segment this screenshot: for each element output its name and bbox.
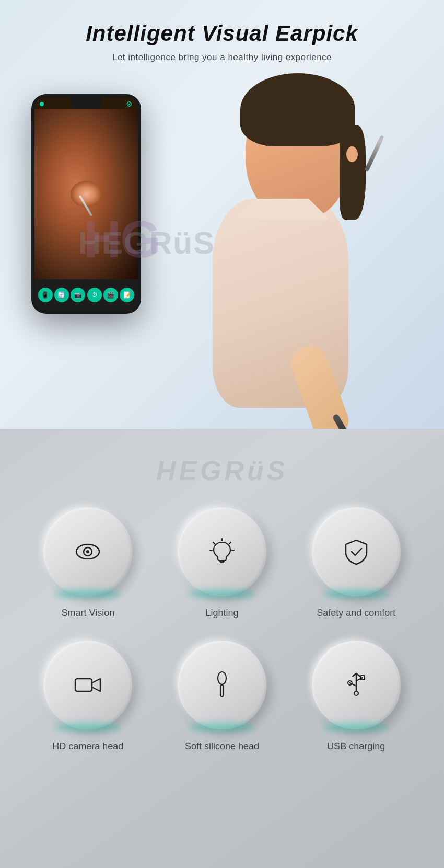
gear-icon: ⚙	[126, 100, 133, 108]
person-neckline	[236, 188, 330, 220]
feature-label-usb: USB charging	[327, 740, 385, 753]
person-arm	[286, 341, 353, 429]
feature-circle-usb	[312, 641, 401, 729]
person-body	[213, 199, 348, 408]
feature-item-lighting: Lighting	[163, 507, 282, 620]
person-ear	[346, 146, 358, 162]
shield-check-icon	[341, 536, 372, 567]
phone-icon-3: 📷	[71, 288, 85, 302]
brand-watermark: HEGRüS	[156, 455, 288, 486]
ear-inner	[71, 181, 102, 207]
phone-icon-2: 🔄	[54, 288, 69, 302]
hero-section: Intelligent Visual Earpick Let intellige…	[0, 0, 444, 429]
features-section: HEGRüS Smart Vision	[0, 429, 444, 868]
hero-title: Intelligent Visual Earpick	[86, 21, 358, 46]
feature-item-usb: USB charging	[297, 641, 415, 753]
teal-shadow-6	[322, 725, 390, 732]
teal-shadow-1	[54, 591, 122, 599]
lightbulb-icon	[206, 536, 238, 567]
feature-label-silicone: Soft silicone head	[185, 740, 259, 753]
teal-shadow-2	[188, 591, 256, 599]
phone-screen: ⚙ 📱 🔄 📷 ⏱ 🎬 📝	[34, 97, 138, 311]
svg-line-8	[213, 542, 215, 544]
teal-shadow-5	[188, 725, 256, 732]
phone-icon-1: 📱	[38, 288, 53, 302]
feature-label-camera: HD camera head	[52, 740, 123, 753]
phone-icon-4: ⏱	[87, 288, 102, 302]
hero-subtitle: Let intelligence bring you a healthy liv…	[112, 52, 332, 63]
usb-icon	[341, 669, 372, 701]
feature-item-safety: Safety and comfort	[297, 507, 415, 620]
teal-shadow-4	[54, 725, 122, 732]
features-grid: Smart Vision Lighting	[29, 507, 415, 753]
feature-item-smart-vision: Smart Vision	[29, 507, 147, 620]
svg-point-12	[218, 672, 226, 684]
feature-circle-smart-vision	[43, 507, 132, 596]
phone-mockup: ⚙ 📱 🔄 📷 ⏱ 🎬 📝	[31, 94, 141, 314]
video-camera-icon	[72, 669, 103, 701]
earpick-tip	[379, 135, 384, 142]
person-hair	[240, 73, 355, 146]
feature-circle-safety	[312, 507, 401, 596]
teal-shadow-3	[322, 591, 390, 599]
watermark-hegrus: HEGRüS	[78, 225, 215, 261]
eye-icon	[72, 536, 103, 567]
phone-bottom-controls: 📱 🔄 📷 ⏱ 🎬 📝	[34, 279, 138, 311]
silicone-tip-icon	[206, 669, 238, 701]
device-in-hand	[332, 413, 358, 429]
svg-line-6	[229, 542, 231, 544]
feature-circle-lighting	[178, 507, 266, 596]
feature-circle-camera	[43, 641, 132, 729]
feature-label-safety: Safety and comfort	[317, 607, 395, 620]
svg-rect-10	[75, 679, 92, 691]
phone-icon-5: 🎬	[103, 288, 118, 302]
feature-circle-silicone	[178, 641, 266, 729]
svg-point-2	[86, 550, 89, 553]
status-dot	[40, 102, 44, 106]
svg-rect-11	[220, 685, 224, 696]
feature-item-silicone: Soft silicone head	[163, 641, 282, 753]
feature-item-camera: HD camera head	[29, 641, 147, 753]
phone-status-bar: ⚙	[34, 97, 138, 109]
hero-image-area: ⚙ 📱 🔄 📷 ⏱ 🎬 📝 HG HEGRüS	[0, 52, 444, 429]
feature-label-lighting: Lighting	[205, 607, 238, 620]
phone-icon-6: 📝	[120, 288, 134, 302]
feature-label-smart-vision: Smart Vision	[61, 607, 114, 620]
earpick-near-ear	[365, 137, 384, 172]
